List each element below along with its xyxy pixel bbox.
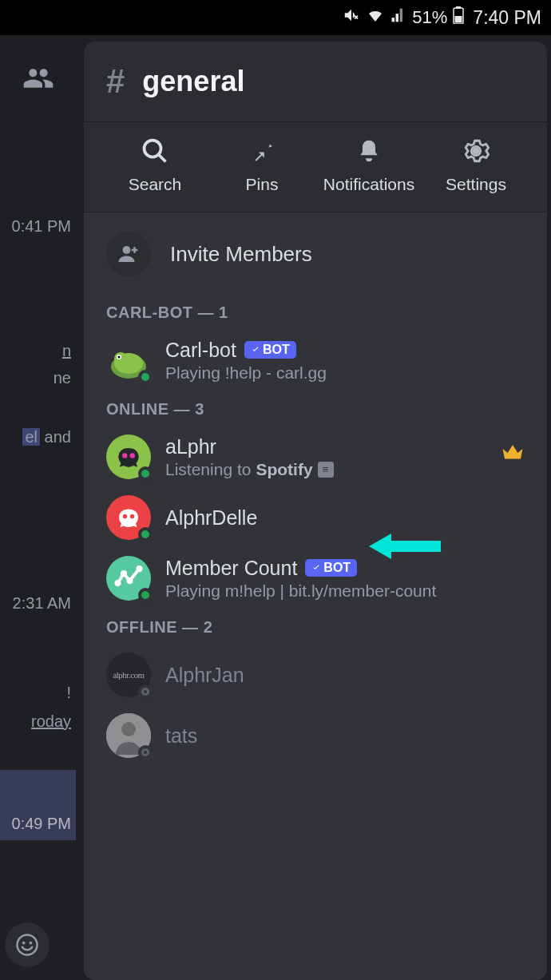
svg-point-15 <box>122 453 127 458</box>
status-online-dot <box>138 588 153 602</box>
android-status-bar: 51% 7:40 PM <box>0 0 551 35</box>
status-online-dot <box>138 370 153 384</box>
member-activity: Playing !help - carl.gg <box>165 363 525 383</box>
chat-fragment: el and <box>22 428 71 446</box>
channel-header: # general <box>84 42 547 121</box>
svg-point-8 <box>473 148 480 155</box>
avatar <box>106 556 151 601</box>
svg-point-9 <box>123 246 131 254</box>
bot-badge: BOT <box>244 341 296 359</box>
battery-icon <box>453 6 464 29</box>
member-alphrdelle[interactable]: AlphrDelle <box>84 487 547 548</box>
pins-tab[interactable]: Pins <box>210 135 314 194</box>
notifications-tab[interactable]: Notifications <box>317 135 421 194</box>
svg-point-16 <box>130 453 135 458</box>
bot-badge: BOT <box>305 559 357 577</box>
avatar <box>106 713 151 758</box>
svg-point-24 <box>121 722 136 736</box>
avatar: alphr.com <box>106 653 151 697</box>
battery-percent: 51% <box>412 7 447 28</box>
svg-rect-1 <box>456 6 461 9</box>
svg-line-7 <box>159 155 166 162</box>
svg-point-18 <box>130 514 134 518</box>
member-name: aLphr <box>165 435 216 458</box>
member-tats[interactable]: tats <box>84 705 547 766</box>
member-alphrjan[interactable]: alphr.com AlphrJan <box>84 645 547 705</box>
wifi-icon <box>366 6 385 30</box>
channel-tabs: Search Pins Notifications Settings <box>84 122 547 212</box>
member-name: AlphrJan <box>165 664 244 687</box>
section-online: ONLINE — 3 <box>84 391 547 427</box>
svg-point-22 <box>137 567 141 571</box>
avatar <box>106 338 151 383</box>
status-offline-dot <box>138 684 153 699</box>
section-carlbot: CARL-BOT — 1 <box>84 294 547 330</box>
rich-presence-icon: ≡ <box>318 462 334 478</box>
search-tab[interactable]: Search <box>103 135 207 194</box>
crown-icon <box>501 441 525 468</box>
chat-fragment: ne <box>54 369 71 387</box>
chat-fragment: ! <box>66 684 71 702</box>
member-alphr[interactable]: aLphr Listening to Spotify ≡ <box>84 427 547 487</box>
tab-label: Settings <box>446 175 506 194</box>
svg-point-6 <box>145 141 161 157</box>
svg-point-3 <box>18 935 38 955</box>
invite-icon <box>106 232 151 276</box>
svg-point-14 <box>118 356 121 359</box>
svg-point-4 <box>22 942 26 945</box>
pin-icon <box>246 135 278 167</box>
status-online-dot <box>138 527 153 542</box>
member-list[interactable]: Invite Members CARL-BOT — 1 Carl-bot BOT… <box>84 212 547 980</box>
svg-point-19 <box>116 581 120 585</box>
tab-label: Notifications <box>323 175 414 194</box>
chat-fragment: roday <box>31 712 71 731</box>
channel-name: general <box>142 65 244 98</box>
clock-time: 7:40 PM <box>473 7 541 29</box>
member-name: tats <box>165 724 197 748</box>
section-offline: OFFLINE — 2 <box>84 609 547 645</box>
member-name: Carl-bot <box>165 339 236 362</box>
gear-icon <box>460 135 492 167</box>
mute-icon <box>343 6 360 29</box>
settings-tab[interactable]: Settings <box>424 135 528 194</box>
avatar <box>106 434 151 479</box>
member-carlbot[interactable]: Carl-bot BOT Playing !help - carl.gg <box>84 330 547 391</box>
annotation-arrow <box>369 530 441 565</box>
chat-fragment: n <box>62 342 71 360</box>
avatar <box>106 495 151 540</box>
chat-timestamp: 2:31 AM <box>13 594 71 613</box>
members-icon[interactable] <box>22 62 54 97</box>
status-online-dot <box>138 466 153 481</box>
emoji-button[interactable] <box>5 922 50 967</box>
bell-icon <box>353 135 385 167</box>
chat-peek-column[interactable]: 0:41 PM n ne el and 2:31 AM ! roday 0:49… <box>0 35 76 980</box>
channel-side-panel: # general Search Pins Notifications <box>84 42 547 980</box>
svg-point-17 <box>123 514 127 518</box>
svg-rect-2 <box>455 16 462 23</box>
member-name: Member Count <box>165 557 297 580</box>
chat-timestamp: 0:49 PM <box>12 815 71 833</box>
chat-timestamp: 0:41 PM <box>12 217 71 236</box>
svg-point-5 <box>30 942 33 945</box>
search-icon <box>139 135 171 167</box>
svg-marker-25 <box>369 534 441 559</box>
hash-icon: # <box>106 62 125 101</box>
member-membercount[interactable]: Member Count BOT Playing m!help | bit.ly… <box>84 548 547 609</box>
member-activity: Playing m!help | bit.ly/member-count <box>165 581 525 601</box>
svg-point-20 <box>122 572 126 576</box>
signal-icon <box>390 7 406 28</box>
tab-label: Pins <box>246 175 279 194</box>
member-name: AlphrDelle <box>165 506 257 530</box>
status-offline-dot <box>138 745 153 760</box>
invite-label: Invite Members <box>170 242 312 267</box>
tab-label: Search <box>129 175 182 194</box>
member-activity: Listening to Spotify ≡ <box>165 460 525 479</box>
invite-members-row[interactable]: Invite Members <box>84 212 547 294</box>
svg-point-21 <box>128 579 132 583</box>
